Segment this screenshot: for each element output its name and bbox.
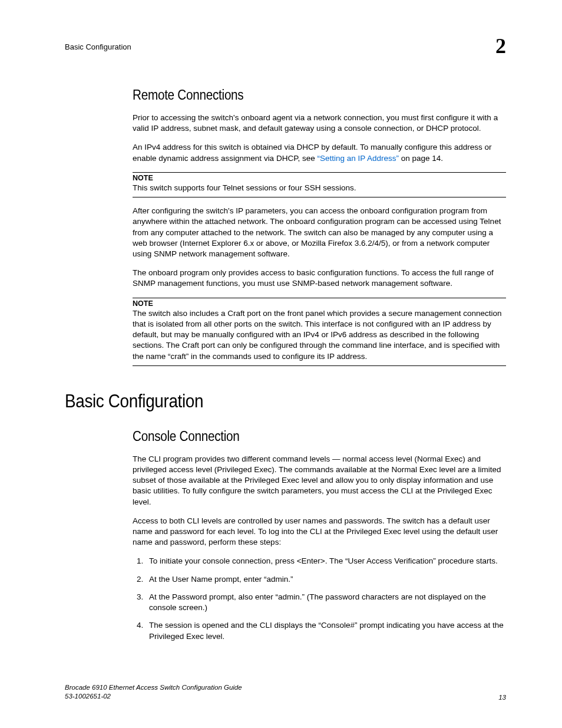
paragraph: Prior to accessing the switch's onboard … <box>133 113 506 134</box>
running-title: Basic Configuration <box>65 35 131 51</box>
section-console-connection: Console Connection The CLI program provi… <box>133 429 506 642</box>
list-item: At the Password prompt, also enter “admi… <box>146 592 506 613</box>
paragraph: An IPv4 address for this switch is obtai… <box>133 142 506 163</box>
paragraph: The CLI program provides two different c… <box>133 454 506 508</box>
page-number: 13 <box>498 694 506 701</box>
xref-link[interactable]: “Setting an IP Address” <box>317 154 399 163</box>
text: on page 14. <box>399 154 443 163</box>
note-label: NOTE <box>133 174 506 182</box>
footer-left: Brocade 6910 Ethernet Access Switch Conf… <box>65 683 242 701</box>
note-label: NOTE <box>133 299 506 308</box>
heading-console-connection: Console Connection <box>133 429 506 444</box>
heading-remote-connections: Remote Connections <box>133 87 506 103</box>
footer-doc-number: 53-1002651-02 <box>65 692 242 701</box>
page: Basic Configuration 2 Remote Connections… <box>0 0 562 728</box>
running-header: Basic Configuration 2 <box>65 35 506 57</box>
note-text: The switch also includes a Craft port on… <box>133 308 506 362</box>
note-rule <box>133 298 506 298</box>
list-item: At the User Name prompt, enter “admin.” <box>146 574 506 585</box>
page-footer: Brocade 6910 Ethernet Access Switch Conf… <box>65 683 506 701</box>
list-item: The session is opened and the CLI displa… <box>146 620 506 641</box>
note-rule <box>133 197 506 197</box>
footer-book-title: Brocade 6910 Ethernet Access Switch Conf… <box>65 683 242 692</box>
note-text: This switch supports four Telnet session… <box>133 183 506 193</box>
note-rule <box>133 172 506 173</box>
paragraph: Access to both CLI levels are controlled… <box>133 516 506 548</box>
note-rule <box>133 365 506 366</box>
paragraph: After configuring the switch's IP parame… <box>133 206 506 259</box>
paragraph: The onboard program only provides access… <box>133 268 506 289</box>
heading-basic-configuration: Basic Configuration <box>65 391 506 412</box>
section-remote-connections: Remote Connections Prior to accessing th… <box>133 87 506 366</box>
list-item: To initiate your console connection, pre… <box>146 556 506 566</box>
ordered-steps: To initiate your console connection, pre… <box>133 556 506 641</box>
chapter-number: 2 <box>495 35 506 57</box>
